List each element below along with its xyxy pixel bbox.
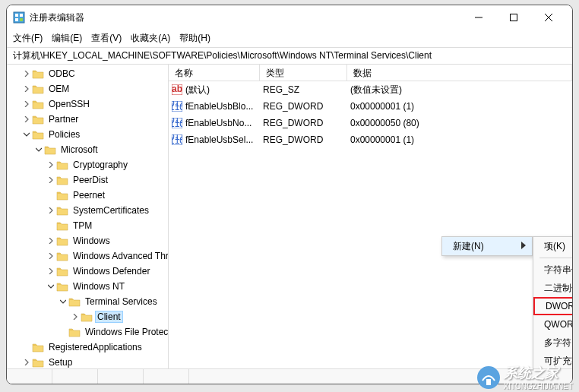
ctx-dword[interactable]: DWORD (32 位)值(D) (533, 297, 572, 315)
ctx-multi[interactable]: 多字符串值(M) (533, 334, 572, 352)
tree-label: Partner (46, 114, 81, 125)
ctx-string[interactable]: 字符串值(S) (533, 261, 572, 279)
chevron-right-icon[interactable] (46, 160, 55, 169)
list-row[interactable]: 011110fEnableUsbBlo...REG_DWORD0x0000000… (169, 98, 572, 115)
tree-pane[interactable]: ODBCOEMOpenSSHPartnerPoliciesMicrosoftCr… (7, 65, 169, 368)
ctx-qword[interactable]: QWORD (64 位)值(Q) (533, 315, 572, 334)
tree-label: Client (95, 311, 123, 323)
tree-label: OEM (46, 84, 71, 94)
tree-label: Policies (46, 129, 82, 140)
tree-label: OpenSSH (46, 99, 92, 109)
chevron-right-icon[interactable] (46, 251, 55, 261)
tree-item[interactable]: OEM (7, 81, 168, 96)
svg-rect-4 (20, 18, 23, 21)
chevron-none-icon[interactable] (46, 221, 55, 230)
tree-label: SystemCertificates (71, 205, 151, 216)
chevron-right-icon[interactable] (22, 84, 31, 93)
ctx-new-label: 新建(N) (453, 240, 484, 253)
menu-help[interactable]: 帮助(H) (179, 32, 210, 45)
list-body[interactable]: ab(默认)REG_SZ(数值未设置)011110fEnableUsbBlo..… (169, 81, 572, 368)
svg-point-20 (477, 366, 500, 389)
chevron-right-icon[interactable] (46, 206, 55, 215)
chevron-right-icon[interactable] (46, 175, 55, 185)
tree-item[interactable]: Windows (7, 233, 168, 248)
ctx-dword-label: DWORD (32 位)值(D) (546, 300, 572, 313)
cell-name: 011110fEnableUsbSel... (172, 134, 263, 145)
cell-type: REG_DWORD (263, 118, 350, 128)
chevron-right-icon[interactable] (22, 115, 31, 124)
chevron-none-icon[interactable] (59, 327, 68, 337)
window-controls (461, 5, 566, 30)
chevron-right-icon[interactable] (46, 267, 55, 276)
status-cell (98, 369, 144, 384)
column-data[interactable]: 数据 (347, 65, 572, 81)
status-cell (52, 369, 98, 384)
tree-label: Windows File Protection (83, 327, 169, 337)
ctx-new[interactable]: 新建(N) (442, 237, 532, 255)
svg-text:ab: ab (172, 84, 182, 94)
tree-item[interactable]: Policies (7, 127, 168, 142)
tree-item[interactable]: Peernet (7, 188, 168, 203)
tree-item[interactable]: TPM (7, 218, 168, 233)
cell-name: ab(默认) (172, 84, 263, 96)
maximize-button[interactable] (496, 5, 531, 30)
menu-favorites[interactable]: 收藏夹(A) (131, 32, 170, 45)
content-area: ODBCOEMOpenSSHPartnerPoliciesMicrosoftCr… (7, 65, 572, 368)
tree-label: PeerDist (71, 175, 110, 185)
chevron-none-icon[interactable] (22, 343, 31, 352)
chevron-down-icon[interactable] (22, 130, 31, 139)
chevron-right-icon[interactable] (22, 100, 31, 109)
address-text: 计算机\HKEY_LOCAL_MACHINE\SOFTWARE\Policies… (13, 49, 432, 62)
tree-label: Peernet (71, 190, 107, 201)
chevron-down-icon[interactable] (34, 145, 43, 154)
chevron-right-icon[interactable] (22, 358, 31, 367)
chevron-down-icon[interactable] (46, 282, 55, 291)
cell-data: 0x00000001 (1) (350, 101, 569, 112)
ctx-multi-label: 多字符串值(M) (544, 337, 572, 349)
menu-view[interactable]: 查看(V) (91, 32, 122, 45)
cell-type: REG_DWORD (263, 101, 350, 112)
tree-item[interactable]: Windows Defender (7, 264, 168, 279)
chevron-right-icon[interactable] (71, 312, 80, 321)
tree-item[interactable]: Partner (7, 112, 168, 127)
tree-item[interactable]: Terminal Services (7, 294, 168, 309)
tree-label: ODBC (46, 68, 78, 79)
chevron-down-icon[interactable] (59, 297, 68, 306)
menu-edit[interactable]: 编辑(E) (52, 32, 82, 45)
tree-item[interactable]: Windows File Protection (7, 324, 168, 340)
tree-item[interactable]: Client (7, 309, 168, 324)
tree-item[interactable]: Microsoft (7, 142, 168, 157)
column-name[interactable]: 名称 (169, 65, 260, 81)
tree-item[interactable]: PeerDist (7, 172, 168, 188)
tree-item[interactable]: OpenSSH (7, 96, 168, 112)
list-row[interactable]: 011110fEnableUsbSel...REG_DWORD0x0000000… (169, 131, 572, 148)
ctx-key[interactable]: 项(K) (533, 237, 572, 255)
chevron-none-icon[interactable] (46, 191, 55, 200)
tree-item[interactable]: RegisteredApplications (7, 340, 168, 355)
app-icon (13, 11, 25, 24)
ctx-binary-label: 二进制值(B) (544, 282, 572, 295)
menubar: 文件(F) 编辑(E) 查看(V) 收藏夹(A) 帮助(H) (7, 30, 572, 48)
column-type[interactable]: 类型 (260, 65, 347, 81)
chevron-right-icon[interactable] (22, 69, 31, 78)
ctx-separator (539, 258, 572, 258)
cell-data: 0x00000050 (80) (350, 118, 569, 128)
tree-item[interactable]: Setup (7, 355, 168, 368)
ctx-qword-label: QWORD (64 位)值(Q) (544, 318, 572, 331)
chevron-right-icon[interactable] (46, 236, 55, 245)
tree-item[interactable]: Cryptography (7, 157, 168, 172)
minimize-button[interactable] (461, 5, 496, 30)
address-bar[interactable]: 计算机\HKEY_LOCAL_MACHINE\SOFTWARE\Policies… (7, 48, 572, 65)
close-button[interactable] (531, 5, 566, 30)
ctx-string-label: 字符串值(S) (544, 264, 572, 277)
tree-item[interactable]: Windows Advanced Threat Protection (7, 248, 168, 264)
ctx-binary[interactable]: 二进制值(B) (533, 279, 572, 297)
list-row[interactable]: ab(默认)REG_SZ(数值未设置) (169, 81, 572, 98)
tree-item[interactable]: Windows NT (7, 279, 168, 294)
list-row[interactable]: 011110fEnableUsbNo...REG_DWORD0x00000050… (169, 115, 572, 131)
menu-file[interactable]: 文件(F) (13, 32, 43, 45)
tree-label: Windows (71, 236, 112, 246)
tree-item[interactable]: ODBC (7, 66, 168, 81)
tree-item[interactable]: SystemCertificates (7, 203, 168, 218)
tree-label: Windows Advanced Threat Protection (71, 251, 169, 261)
